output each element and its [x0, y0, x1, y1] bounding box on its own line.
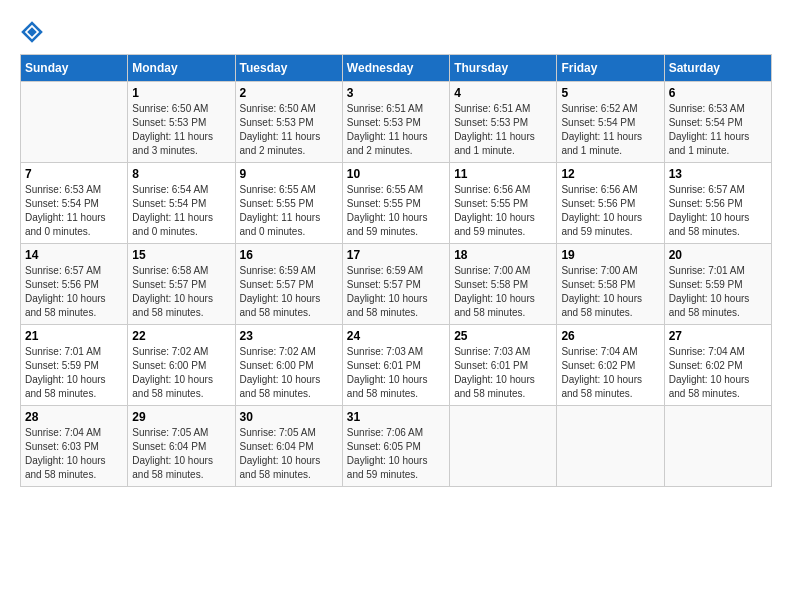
week-row-2: 14Sunrise: 6:57 AM Sunset: 5:56 PM Dayli…	[21, 244, 772, 325]
calendar-cell: 13Sunrise: 6:57 AM Sunset: 5:56 PM Dayli…	[664, 163, 771, 244]
day-info: Sunrise: 6:55 AM Sunset: 5:55 PM Dayligh…	[347, 183, 445, 239]
calendar-cell	[664, 406, 771, 487]
weekday-header-row: SundayMondayTuesdayWednesdayThursdayFrid…	[21, 55, 772, 82]
page-header	[20, 20, 772, 44]
calendar-cell: 21Sunrise: 7:01 AM Sunset: 5:59 PM Dayli…	[21, 325, 128, 406]
day-info: Sunrise: 6:57 AM Sunset: 5:56 PM Dayligh…	[25, 264, 123, 320]
day-number: 18	[454, 248, 552, 262]
calendar-cell: 31Sunrise: 7:06 AM Sunset: 6:05 PM Dayli…	[342, 406, 449, 487]
day-number: 12	[561, 167, 659, 181]
calendar-cell: 27Sunrise: 7:04 AM Sunset: 6:02 PM Dayli…	[664, 325, 771, 406]
day-number: 5	[561, 86, 659, 100]
day-info: Sunrise: 7:05 AM Sunset: 6:04 PM Dayligh…	[132, 426, 230, 482]
day-info: Sunrise: 7:04 AM Sunset: 6:02 PM Dayligh…	[561, 345, 659, 401]
day-info: Sunrise: 6:50 AM Sunset: 5:53 PM Dayligh…	[240, 102, 338, 158]
calendar-cell: 30Sunrise: 7:05 AM Sunset: 6:04 PM Dayli…	[235, 406, 342, 487]
calendar-cell: 10Sunrise: 6:55 AM Sunset: 5:55 PM Dayli…	[342, 163, 449, 244]
day-number: 1	[132, 86, 230, 100]
day-number: 27	[669, 329, 767, 343]
day-info: Sunrise: 6:57 AM Sunset: 5:56 PM Dayligh…	[669, 183, 767, 239]
calendar-cell: 26Sunrise: 7:04 AM Sunset: 6:02 PM Dayli…	[557, 325, 664, 406]
day-info: Sunrise: 6:51 AM Sunset: 5:53 PM Dayligh…	[454, 102, 552, 158]
weekday-header-thursday: Thursday	[450, 55, 557, 82]
calendar-table: SundayMondayTuesdayWednesdayThursdayFrid…	[20, 54, 772, 487]
calendar-cell: 16Sunrise: 6:59 AM Sunset: 5:57 PM Dayli…	[235, 244, 342, 325]
calendar-cell: 4Sunrise: 6:51 AM Sunset: 5:53 PM Daylig…	[450, 82, 557, 163]
day-info: Sunrise: 6:56 AM Sunset: 5:56 PM Dayligh…	[561, 183, 659, 239]
day-number: 6	[669, 86, 767, 100]
day-info: Sunrise: 7:06 AM Sunset: 6:05 PM Dayligh…	[347, 426, 445, 482]
calendar-cell: 12Sunrise: 6:56 AM Sunset: 5:56 PM Dayli…	[557, 163, 664, 244]
day-info: Sunrise: 7:03 AM Sunset: 6:01 PM Dayligh…	[454, 345, 552, 401]
day-info: Sunrise: 6:52 AM Sunset: 5:54 PM Dayligh…	[561, 102, 659, 158]
day-number: 20	[669, 248, 767, 262]
day-number: 2	[240, 86, 338, 100]
day-info: Sunrise: 7:00 AM Sunset: 5:58 PM Dayligh…	[561, 264, 659, 320]
day-info: Sunrise: 6:59 AM Sunset: 5:57 PM Dayligh…	[347, 264, 445, 320]
day-number: 4	[454, 86, 552, 100]
week-row-3: 21Sunrise: 7:01 AM Sunset: 5:59 PM Dayli…	[21, 325, 772, 406]
day-info: Sunrise: 7:01 AM Sunset: 5:59 PM Dayligh…	[669, 264, 767, 320]
logo-icon	[20, 20, 44, 44]
day-number: 21	[25, 329, 123, 343]
day-number: 9	[240, 167, 338, 181]
calendar-cell: 2Sunrise: 6:50 AM Sunset: 5:53 PM Daylig…	[235, 82, 342, 163]
calendar-cell	[450, 406, 557, 487]
calendar-cell: 29Sunrise: 7:05 AM Sunset: 6:04 PM Dayli…	[128, 406, 235, 487]
calendar-cell: 14Sunrise: 6:57 AM Sunset: 5:56 PM Dayli…	[21, 244, 128, 325]
day-info: Sunrise: 6:56 AM Sunset: 5:55 PM Dayligh…	[454, 183, 552, 239]
day-info: Sunrise: 6:51 AM Sunset: 5:53 PM Dayligh…	[347, 102, 445, 158]
day-info: Sunrise: 6:58 AM Sunset: 5:57 PM Dayligh…	[132, 264, 230, 320]
calendar-cell: 5Sunrise: 6:52 AM Sunset: 5:54 PM Daylig…	[557, 82, 664, 163]
day-number: 10	[347, 167, 445, 181]
day-info: Sunrise: 6:50 AM Sunset: 5:53 PM Dayligh…	[132, 102, 230, 158]
calendar-cell: 3Sunrise: 6:51 AM Sunset: 5:53 PM Daylig…	[342, 82, 449, 163]
day-number: 17	[347, 248, 445, 262]
weekday-header-monday: Monday	[128, 55, 235, 82]
week-row-0: 1Sunrise: 6:50 AM Sunset: 5:53 PM Daylig…	[21, 82, 772, 163]
day-number: 28	[25, 410, 123, 424]
day-number: 3	[347, 86, 445, 100]
calendar-cell: 20Sunrise: 7:01 AM Sunset: 5:59 PM Dayli…	[664, 244, 771, 325]
calendar-cell: 7Sunrise: 6:53 AM Sunset: 5:54 PM Daylig…	[21, 163, 128, 244]
weekday-header-saturday: Saturday	[664, 55, 771, 82]
day-number: 15	[132, 248, 230, 262]
day-info: Sunrise: 7:05 AM Sunset: 6:04 PM Dayligh…	[240, 426, 338, 482]
calendar-cell: 9Sunrise: 6:55 AM Sunset: 5:55 PM Daylig…	[235, 163, 342, 244]
day-number: 7	[25, 167, 123, 181]
day-info: Sunrise: 7:03 AM Sunset: 6:01 PM Dayligh…	[347, 345, 445, 401]
day-info: Sunrise: 7:04 AM Sunset: 6:03 PM Dayligh…	[25, 426, 123, 482]
day-number: 29	[132, 410, 230, 424]
calendar-cell: 22Sunrise: 7:02 AM Sunset: 6:00 PM Dayli…	[128, 325, 235, 406]
day-number: 26	[561, 329, 659, 343]
calendar-cell: 8Sunrise: 6:54 AM Sunset: 5:54 PM Daylig…	[128, 163, 235, 244]
day-info: Sunrise: 6:53 AM Sunset: 5:54 PM Dayligh…	[25, 183, 123, 239]
day-info: Sunrise: 7:04 AM Sunset: 6:02 PM Dayligh…	[669, 345, 767, 401]
day-number: 31	[347, 410, 445, 424]
calendar-cell: 17Sunrise: 6:59 AM Sunset: 5:57 PM Dayli…	[342, 244, 449, 325]
calendar-cell	[21, 82, 128, 163]
weekday-header-wednesday: Wednesday	[342, 55, 449, 82]
calendar-cell: 28Sunrise: 7:04 AM Sunset: 6:03 PM Dayli…	[21, 406, 128, 487]
day-info: Sunrise: 7:02 AM Sunset: 6:00 PM Dayligh…	[240, 345, 338, 401]
day-info: Sunrise: 6:54 AM Sunset: 5:54 PM Dayligh…	[132, 183, 230, 239]
day-number: 25	[454, 329, 552, 343]
day-info: Sunrise: 7:01 AM Sunset: 5:59 PM Dayligh…	[25, 345, 123, 401]
day-info: Sunrise: 6:59 AM Sunset: 5:57 PM Dayligh…	[240, 264, 338, 320]
day-number: 13	[669, 167, 767, 181]
day-number: 23	[240, 329, 338, 343]
calendar-cell: 25Sunrise: 7:03 AM Sunset: 6:01 PM Dayli…	[450, 325, 557, 406]
day-number: 11	[454, 167, 552, 181]
day-number: 19	[561, 248, 659, 262]
calendar-cell: 15Sunrise: 6:58 AM Sunset: 5:57 PM Dayli…	[128, 244, 235, 325]
day-info: Sunrise: 7:00 AM Sunset: 5:58 PM Dayligh…	[454, 264, 552, 320]
day-number: 30	[240, 410, 338, 424]
day-info: Sunrise: 6:53 AM Sunset: 5:54 PM Dayligh…	[669, 102, 767, 158]
weekday-header-friday: Friday	[557, 55, 664, 82]
day-number: 14	[25, 248, 123, 262]
calendar-cell	[557, 406, 664, 487]
calendar-cell: 18Sunrise: 7:00 AM Sunset: 5:58 PM Dayli…	[450, 244, 557, 325]
calendar-cell: 6Sunrise: 6:53 AM Sunset: 5:54 PM Daylig…	[664, 82, 771, 163]
weekday-header-tuesday: Tuesday	[235, 55, 342, 82]
logo	[20, 20, 48, 44]
